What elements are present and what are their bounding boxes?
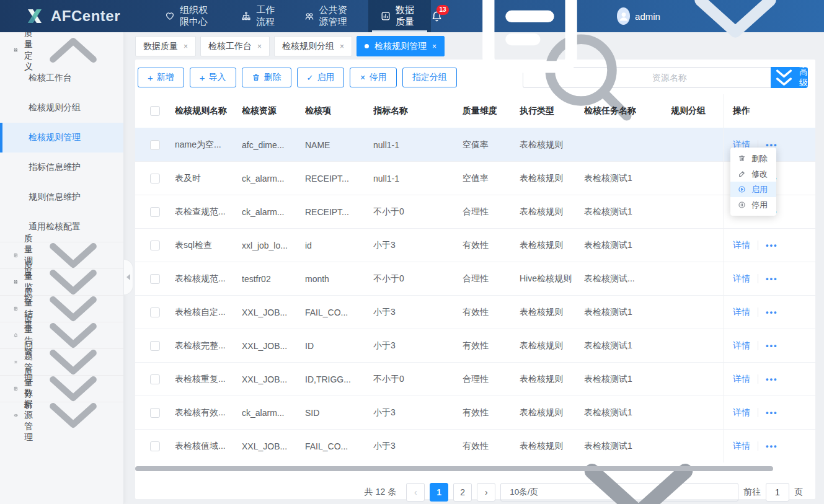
table-row[interactable]: 表及时ck_alarm...RECEIPT...null1-1空值率表检核规则表… bbox=[135, 161, 815, 195]
cell: 表检核测试1 bbox=[584, 173, 671, 184]
cell: 表检核规范... bbox=[175, 273, 242, 285]
tab-label: 检核工作台 bbox=[208, 41, 252, 52]
row-checkbox[interactable] bbox=[150, 140, 160, 150]
cell: 表检核测试... bbox=[584, 273, 671, 285]
row-checkbox[interactable] bbox=[150, 408, 160, 418]
tab-close-icon[interactable]: × bbox=[257, 42, 262, 51]
cell: 有效性 bbox=[463, 240, 520, 251]
page-button-2[interactable]: 2 bbox=[453, 483, 472, 502]
detail-link[interactable]: 详情 bbox=[733, 340, 750, 351]
notification-bell-icon[interactable]: 13 bbox=[431, 11, 443, 22]
停用-button[interactable]: ✕停用 bbox=[350, 68, 396, 87]
cell: 合理性 bbox=[463, 206, 520, 218]
menu-item-删除[interactable]: 删除 bbox=[730, 151, 776, 166]
nav-item-工作流程[interactable]: 工作流程 bbox=[229, 0, 291, 32]
detail-link[interactable]: 详情 bbox=[733, 407, 750, 418]
row-checkbox-cell bbox=[135, 408, 175, 418]
page-button-1[interactable]: 1 bbox=[430, 483, 448, 502]
tab-close-icon[interactable]: × bbox=[432, 42, 436, 51]
sidebar-item-检核工作台[interactable]: 检核工作台 bbox=[0, 63, 123, 93]
row-checkbox[interactable] bbox=[150, 341, 160, 351]
cell: 表检核规则 bbox=[520, 206, 584, 218]
detail-link[interactable]: 详情 bbox=[733, 307, 750, 318]
cell: NAME bbox=[305, 140, 373, 150]
table-row[interactable]: 表检核自定...XXL_JOB...FAIL_CO...小于3有效性表检核规则表… bbox=[135, 295, 815, 329]
detail-link[interactable]: 详情 bbox=[733, 441, 750, 452]
row-checkbox[interactable] bbox=[150, 374, 160, 384]
tab-close-icon[interactable]: × bbox=[184, 42, 188, 51]
cell: 小于3 bbox=[373, 340, 463, 351]
tab-close-icon[interactable]: × bbox=[340, 42, 344, 51]
grid-icon bbox=[14, 45, 18, 55]
prev-page-button[interactable]: ‹ bbox=[406, 483, 425, 502]
doc-icon bbox=[14, 384, 18, 394]
row-checkbox[interactable] bbox=[150, 241, 160, 250]
detail-link[interactable]: 详情 bbox=[733, 240, 750, 251]
cell: 空值率 bbox=[463, 173, 520, 184]
删除-button[interactable]: 删除 bbox=[242, 68, 291, 87]
document-list-icon[interactable] bbox=[456, 0, 603, 89]
cell: ID,TRIGG... bbox=[305, 374, 373, 384]
brand[interactable]: AFCenter bbox=[0, 0, 138, 32]
goto-page-input[interactable] bbox=[766, 483, 789, 502]
menu-item-label: 修改 bbox=[751, 169, 768, 180]
sidebar-collapse-handle[interactable] bbox=[124, 259, 133, 295]
table-row[interactable]: 表检查规范...ck_alarm...RECEIPT...不小于0合理性表检核规… bbox=[135, 195, 815, 228]
row-checkbox[interactable] bbox=[150, 207, 160, 217]
sidebar-group-数据源管理[interactable]: 数据源管理 bbox=[0, 402, 123, 428]
table-row[interactable]: name为空...afc_dime...NAMEnull1-1空值率表检核规则详… bbox=[135, 128, 815, 161]
table-row[interactable]: 表检核规范...testfr02month不小于0合理性Hive检核规则表检核测… bbox=[135, 262, 815, 295]
menu-item-停用[interactable]: 停用 bbox=[730, 197, 776, 213]
row-checkbox-cell bbox=[135, 241, 175, 250]
nav-item-组织权限中心[interactable]: 组织权限中心 bbox=[153, 0, 229, 32]
nav-item-数据质量[interactable]: 数据质量 bbox=[368, 0, 431, 32]
tab-label: 数据质量 bbox=[143, 41, 178, 52]
cell: 表检核规则 bbox=[520, 307, 584, 318]
trash-icon bbox=[252, 73, 260, 82]
tab-数据质量[interactable]: 数据质量× bbox=[135, 36, 196, 56]
sidebar-item-指标信息维护[interactable]: 指标信息维护 bbox=[0, 153, 123, 182]
page-unit-label: 页 bbox=[794, 487, 803, 498]
nav-item-公共资源管理[interactable]: 公共资源管理 bbox=[292, 0, 368, 32]
menu-item-label: 删除 bbox=[751, 153, 768, 164]
detail-link[interactable]: 详情 bbox=[733, 273, 750, 285]
play-circle-icon bbox=[738, 185, 746, 193]
cell: RECEIPT... bbox=[305, 174, 373, 183]
导入-button[interactable]: +导入 bbox=[190, 68, 236, 87]
tab-检核工作台[interactable]: 检核工作台× bbox=[200, 36, 270, 56]
启用-button[interactable]: ✓启用 bbox=[297, 68, 345, 87]
menu-item-修改[interactable]: 修改 bbox=[730, 166, 776, 182]
sidebar-group-质量定义[interactable]: 质量定义 bbox=[0, 37, 123, 63]
cell: XXL_JOB... bbox=[242, 374, 305, 384]
nav-item-label: 数据质量 bbox=[396, 4, 419, 28]
close-icon: ✕ bbox=[360, 74, 365, 81]
table-row[interactable]: 表sql检查xxl_job_lo...id小于3有效性表检核规则表检核测试1详情… bbox=[135, 228, 815, 262]
新增-button[interactable]: +新增 bbox=[138, 68, 184, 87]
grid-icon bbox=[14, 277, 18, 287]
tab-检核规则分组[interactable]: 检核规则分组× bbox=[274, 36, 352, 56]
afcenter-logo-icon bbox=[25, 6, 45, 26]
tab-检核规则管理[interactable]: 检核规则管理× bbox=[357, 36, 445, 56]
table-row[interactable]: 表检核完整...XXL_JOB...ID小于3有效性表检核规则表检核测试1详情•… bbox=[135, 329, 815, 362]
select-all-checkbox[interactable] bbox=[150, 106, 160, 116]
nav-item-label: 组织权限中心 bbox=[180, 4, 216, 28]
row-checkbox[interactable] bbox=[150, 307, 160, 317]
next-page-button[interactable]: › bbox=[477, 483, 495, 502]
sidebar-item-规则信息维护[interactable]: 规则信息维护 bbox=[0, 182, 123, 212]
detail-link[interactable]: 详情 bbox=[733, 374, 750, 385]
goto-label: 前往 bbox=[743, 487, 761, 498]
row-checkbox[interactable] bbox=[150, 174, 160, 183]
table-row[interactable]: 表检核重复...XXL_JOB...ID,TRIGG...不小于0合理性表检核规… bbox=[135, 362, 815, 396]
scrollbar-thumb[interactable] bbox=[135, 466, 773, 471]
sidebar-item-检核规则管理[interactable]: 检核规则管理 bbox=[0, 123, 123, 153]
row-checkbox[interactable] bbox=[150, 274, 160, 284]
cell: FAIL_CO... bbox=[305, 307, 373, 317]
user-menu[interactable]: admin bbox=[617, 0, 805, 86]
action-divider bbox=[758, 341, 758, 350]
sidebar-item-通用检核配置[interactable]: 通用检核配置 bbox=[0, 212, 123, 242]
sidebar-item-检核规则分组[interactable]: 检核规则分组 bbox=[0, 93, 123, 123]
page-size-select[interactable]: 10条/页 bbox=[500, 483, 738, 502]
menu-item-启用[interactable]: 启用 bbox=[730, 182, 776, 197]
row-checkbox[interactable] bbox=[150, 441, 160, 451]
指定分组-button[interactable]: 指定分组 bbox=[402, 68, 457, 87]
